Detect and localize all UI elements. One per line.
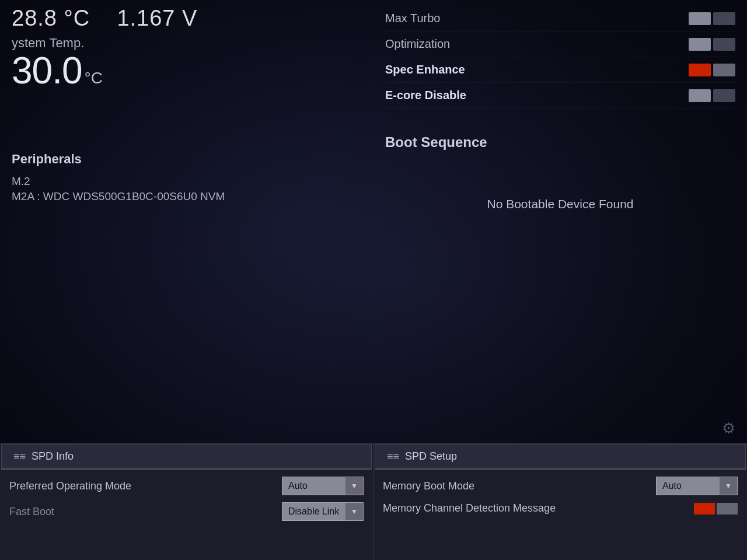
- main-content: 28.8 °C 1.167 V ystem Temp. 30.0°C Perip…: [0, 0, 747, 560]
- spd-setup-icon: ≡≡: [387, 450, 399, 463]
- setting-row-max-turbo: Max Turbo: [385, 6, 735, 32]
- boot-sequence-section: Boot Sequence No Bootable Device Found: [374, 134, 747, 211]
- memory-boot-mode-dropdown[interactable]: Auto ▼: [656, 477, 738, 495]
- temp-unit: °C: [85, 69, 103, 87]
- fast-boot-label: Fast Boot: [9, 506, 54, 518]
- setting-row-spec-enhance: Spec Enhance: [385, 57, 735, 83]
- spd-info-title: SPD Info: [32, 450, 74, 463]
- optimization-label: Optimization: [385, 37, 450, 51]
- max-turbo-toggle[interactable]: [689, 12, 735, 25]
- spd-info-icon: ≡≡: [13, 450, 26, 463]
- memory-boot-mode-arrow: ▼: [720, 477, 737, 495]
- no-bootable-message: No Bootable Device Found: [385, 197, 735, 211]
- spd-setup-header[interactable]: ≡≡ SPD Setup: [375, 444, 746, 470]
- mem-toggle-red: [694, 503, 715, 514]
- voltage-row: 28.8 °C 1.167 V: [12, 6, 197, 31]
- ecore-toggle[interactable]: [689, 89, 735, 102]
- preferred-mode-arrow: ▼: [345, 477, 363, 495]
- spec-enhance-label: Spec Enhance: [385, 63, 465, 76]
- temp-value: 30.0: [12, 50, 82, 92]
- preferred-mode-label: Preferred Operating Mode: [9, 480, 131, 492]
- memory-channel-label: Memory Channel Detection Message: [383, 502, 556, 514]
- toggle-block-light: [689, 12, 711, 25]
- memory-boot-mode-label: Memory Boot Mode: [383, 480, 474, 492]
- fast-boot-row: Fast Boot Disable Link ▼: [9, 502, 364, 521]
- bottom-panels: ≡≡ SPD Info Preferred Operating Mode Aut…: [0, 444, 747, 560]
- peripherals-title: Peripherals: [12, 152, 225, 167]
- toggle-block-dark2: [713, 38, 735, 51]
- gear-icon-container[interactable]: ⚙: [722, 419, 735, 438]
- max-turbo-label: Max Turbo: [385, 12, 440, 25]
- disable-link-value: Disable Link: [282, 506, 345, 517]
- spd-setup-content: Memory Boot Mode Auto ▼ Memory Channel D…: [374, 470, 747, 560]
- toggle-block-red: [689, 64, 711, 76]
- mem-toggle-gray: [717, 503, 738, 514]
- memory-boot-mode-value: Auto: [657, 481, 720, 491]
- disable-link-arrow: ▼: [345, 503, 363, 520]
- bottom-area: ≡≡ SPD Info Preferred Operating Mode Aut…: [0, 443, 747, 560]
- toggle-block-gray: [713, 64, 735, 76]
- ecore-disable-label: E-core Disable: [385, 89, 466, 102]
- m2-device: M2A : WDC WDS500G1B0C-00S6U0 NVM: [12, 190, 225, 203]
- toggle-block-dark3: [713, 89, 735, 102]
- toggle-block-dark: [713, 12, 735, 25]
- memory-channel-toggle[interactable]: [694, 503, 738, 514]
- bottom-left-panel: ≡≡ SPD Info Preferred Operating Mode Aut…: [0, 444, 374, 560]
- memory-channel-row: Memory Channel Detection Message: [383, 502, 738, 514]
- spd-info-header[interactable]: ≡≡ SPD Info: [1, 444, 372, 470]
- gear-icon: ⚙: [722, 419, 735, 437]
- peripherals-section: Peripherals M.2 M2A : WDC WDS500G1B0C-00…: [12, 152, 225, 203]
- right-settings-section: Max Turbo Optimization Spec Enhance E-co…: [374, 0, 747, 114]
- top-left-section: 28.8 °C 1.167 V ystem Temp. 30.0°C: [0, 0, 209, 95]
- voltage-value: 28.8 °C 1.167 V: [12, 6, 197, 31]
- setting-row-ecore: E-core Disable: [385, 83, 735, 108]
- m2-label: M.2: [12, 175, 225, 188]
- boot-sequence-title: Boot Sequence: [385, 134, 735, 150]
- spd-info-content: Preferred Operating Mode Auto ▼ Fast Boo…: [0, 470, 373, 560]
- system-temp-label: ystem Temp.: [12, 36, 197, 51]
- temp-display: 30.0°C: [12, 52, 197, 89]
- spd-setup-title: SPD Setup: [405, 450, 457, 463]
- preferred-mode-row: Preferred Operating Mode Auto ▼: [9, 477, 364, 495]
- spec-enhance-toggle[interactable]: [689, 64, 735, 76]
- toggle-block-light3: [689, 89, 711, 102]
- bottom-right-panel: ≡≡ SPD Setup Memory Boot Mode Auto ▼ Mem…: [374, 444, 747, 560]
- optimization-toggle[interactable]: [689, 38, 735, 51]
- disable-link-dropdown[interactable]: Disable Link ▼: [282, 502, 364, 521]
- setting-row-optimization: Optimization: [385, 32, 735, 57]
- toggle-block-light2: [689, 38, 711, 51]
- memory-boot-mode-row: Memory Boot Mode Auto ▼: [383, 477, 738, 495]
- preferred-mode-value: Auto: [282, 481, 345, 491]
- preferred-mode-dropdown[interactable]: Auto ▼: [282, 477, 364, 495]
